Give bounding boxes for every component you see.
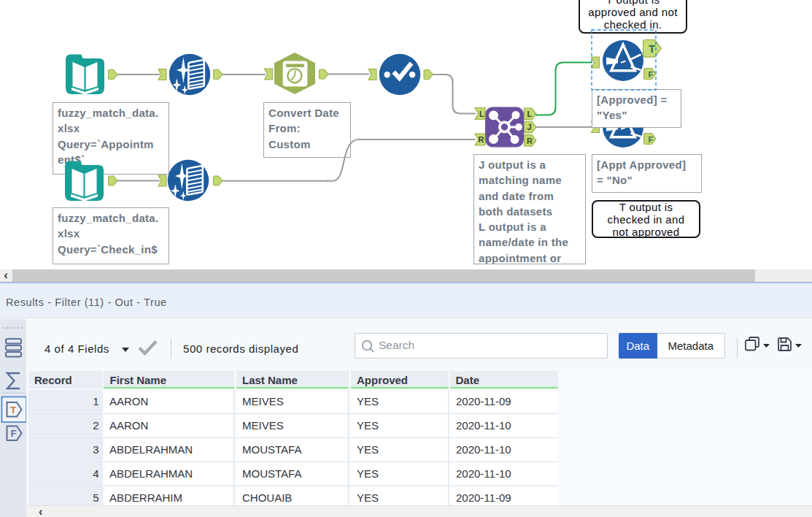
svg-text:L: L <box>527 110 533 118</box>
svg-text:F: F <box>11 428 17 439</box>
svg-text:T: T <box>10 405 17 415</box>
svg-text:L: L <box>479 110 484 118</box>
svg-text:R: R <box>527 137 533 145</box>
svg-text:J: J <box>527 123 532 131</box>
svg-text:F: F <box>649 135 654 144</box>
